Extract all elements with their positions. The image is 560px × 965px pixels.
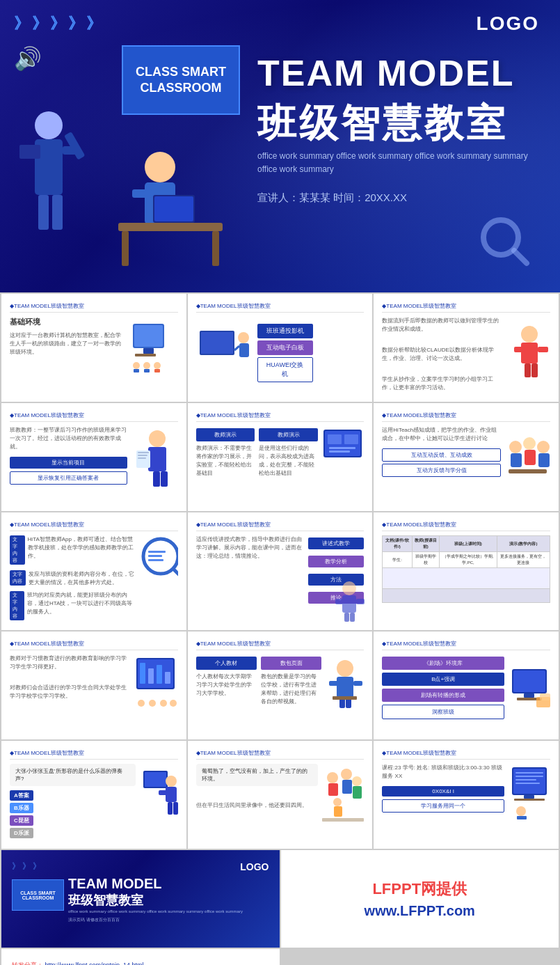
slide-card-10: ◆TEAM MODEL班级智慧教室 教师对于习惯教育进行的教师教育影响的学习学习…	[1, 631, 186, 739]
slide-15-btn2[interactable]: 学习服务用同一个	[382, 799, 504, 813]
svg-rect-28	[154, 369, 160, 372]
option-a-label: A答案	[10, 790, 33, 801]
label-switch: HUAWEI交换机	[257, 357, 313, 382]
slide-4-btn1[interactable]: 显示当前项目	[10, 457, 127, 469]
svg-rect-84	[337, 677, 353, 698]
svg-rect-92	[524, 693, 534, 698]
svg-point-40	[149, 430, 166, 447]
svg-point-103	[327, 772, 338, 783]
svg-rect-6	[64, 132, 85, 160]
option-d: D乐派	[10, 828, 136, 838]
svg-rect-7	[19, 145, 40, 159]
svg-rect-45	[138, 455, 147, 456]
slide-5-figure	[322, 426, 364, 492]
svg-rect-32	[239, 343, 249, 357]
svg-rect-110	[334, 806, 342, 817]
slide-header-14: ◆TEAM MODEL班级智慧教室	[196, 749, 365, 760]
label-broadcast: 剧场有转播的形成	[382, 689, 504, 702]
slide-15-btn1[interactable]: 0X0X&I I	[382, 786, 504, 797]
hero-title-cn: 班级智慧教室	[257, 97, 508, 150]
svg-rect-52	[344, 434, 358, 444]
slide-card-13: ◆TEAM MODEL班级智慧教室 大张小张张玉盘'所形容的是什么乐器的弹奏声?…	[1, 741, 186, 849]
slide-12-labels: 《剧场》环境库 B点+强调 剧场有转播的形成 洞察班级	[382, 654, 504, 721]
svg-rect-102	[173, 802, 178, 815]
slide-11-figure	[326, 654, 364, 713]
slide-6-btn2[interactable]: 互动方反馈与学分值	[382, 464, 501, 477]
option-c-label: C琵琶	[10, 815, 33, 826]
slide-6-figure	[505, 426, 550, 492]
slide-1-figure	[129, 317, 178, 375]
label-whiteboard: 互动电子白板	[257, 340, 313, 355]
svg-rect-115	[515, 776, 543, 777]
slide-6-text: 运用HiTeach感知成绩，把学生的作业、作业组成合，在中帮中，让她可以让学生进…	[382, 426, 501, 443]
slide-14-text2: 但在平日生活民间里录像中，他还要回四周。	[196, 801, 319, 810]
links-section: 转发分享： http://www.lfppt.com/pptnip_14.htm…	[1, 949, 280, 965]
slide-card-6: ◆TEAM MODEL班级智慧教室 运用HiTeach感知成绩，把学生的作业、作…	[374, 403, 559, 511]
slide-14-text1: 葡萄熟了，空气没有前，加上，产生了的的环境。	[196, 764, 319, 786]
svg-point-80	[149, 700, 156, 707]
slide-13-options: A答案 B乐器 C琵琶 D乐派	[10, 790, 136, 838]
svg-rect-95	[540, 693, 550, 700]
slide-6-btn1[interactable]: 互动互动反馈、互动成效	[382, 448, 501, 462]
svg-rect-10	[132, 189, 152, 198]
slide-card-8: ◆TEAM MODEL班级智慧教室 适应传统讲授式教学，指导中教师进行自由学习讲…	[188, 512, 373, 630]
slide-13-question: 大张小张张玉盘'所形容的是什么乐器的弹奏声?	[10, 764, 136, 786]
slide-5-cols: 教师演示 教师演示：不需要学生将作家的学习展示，并实验室，不能轻松给出基础目 教…	[196, 426, 319, 478]
svg-rect-30	[201, 332, 233, 354]
svg-rect-22	[135, 354, 156, 356]
slide-card-14: ◆TEAM MODEL班级智慧教室 葡萄熟了，空气没有前，加上，产生了的的环境。…	[188, 741, 373, 849]
svg-rect-26	[144, 369, 150, 372]
slide-card-3: ◆TEAM MODEL班级智慧教室 数据流到手后即数据的教师可以做到管理学生的作…	[374, 294, 559, 402]
slide-7-text3: 班均的对应类内就，能更好班级分布的内容，通过HTA技，一块可以进行不同级高等的服…	[27, 591, 136, 616]
label-theater: 《剧场》环境库	[382, 657, 504, 670]
svg-rect-53	[329, 447, 355, 449]
mini-class-badge: CLASS SMARTCLASSROOM	[12, 879, 64, 911]
svg-rect-72	[350, 613, 355, 622]
svg-rect-66	[148, 559, 163, 561]
slide-7-tag3: 文字内容	[10, 591, 24, 620]
bottom-mini-hero: 》 》 》 LOGO CLASS SMARTCLASSROOM TEAM MOD…	[1, 850, 280, 948]
slide-2-labels: 班班通投影机 互动电子白板 HUAWEI交换机	[257, 322, 365, 384]
search-decoration	[477, 213, 532, 272]
hero-title-en: TEAM MODEL	[257, 52, 515, 94]
svg-rect-99	[166, 787, 177, 802]
hero-presenter: 宣讲人：某某某 时间：20XX.XX	[257, 191, 407, 205]
label-emphasis: B点+强调	[382, 673, 504, 686]
svg-rect-117	[515, 783, 540, 784]
svg-rect-75	[140, 663, 145, 684]
slide-5-col2-title: 教师演示	[259, 428, 318, 441]
svg-point-83	[337, 660, 353, 677]
table-row	[383, 589, 550, 603]
label-insight: 洞察班级	[382, 705, 504, 719]
svg-point-23	[133, 362, 140, 369]
option-a: A答案	[10, 790, 136, 801]
slide-3-text3: 学生从抄作业，立案学生学习时的小组学习工作，让更丰富的学习活动。	[382, 375, 501, 392]
svg-rect-61	[509, 469, 547, 473]
svg-rect-111	[322, 818, 364, 822]
svg-line-33	[234, 346, 239, 350]
svg-rect-12	[122, 231, 129, 266]
svg-rect-54	[329, 450, 350, 453]
svg-rect-86	[353, 681, 362, 686]
svg-point-109	[333, 798, 342, 806]
svg-rect-24	[134, 369, 139, 372]
svg-rect-71	[344, 613, 349, 622]
slide-3-figure	[505, 317, 550, 392]
svg-point-27	[154, 362, 161, 369]
slide-7-text2: 发应与班级的资料老师内容分布，在位，它更大量的情况，在其他多种方式处。	[29, 570, 135, 587]
slide-11-col1-title: 个人教材	[196, 657, 257, 670]
bottom-section: 》 》 》 LOGO CLASS SMARTCLASSROOM TEAM MOD…	[0, 850, 560, 965]
svg-rect-104	[328, 783, 338, 796]
svg-rect-47	[153, 471, 160, 487]
slide-card-4: ◆TEAM MODEL班级智慧教室 班教教师：一整节课后习习作作的班级用来学习一…	[1, 403, 186, 511]
slide-15-figure	[509, 764, 550, 822]
lfppt-title: LFPPT网提供	[372, 879, 467, 900]
mini-chevron-icon: 》	[22, 861, 31, 872]
svg-rect-46	[138, 457, 146, 459]
slides-grid: ◆TEAM MODEL班级智慧教室 基础环境 这对应于一台教师计算机的智慧教室，…	[0, 292, 560, 850]
svg-rect-89	[333, 696, 357, 700]
mini-chevron-icon: 》	[33, 861, 41, 872]
slide-9-table: 文档(课件/软件/) 教师(授课目前) 班级(上课时间) 演示(教学内容) 学生…	[382, 535, 550, 603]
slide-3-text1: 数据流到手后即数据的教师可以做到管理学生的作业情况和成绩。	[382, 317, 501, 334]
slide-4-btn2[interactable]: 显示恢复引用正确答案者	[10, 471, 127, 485]
